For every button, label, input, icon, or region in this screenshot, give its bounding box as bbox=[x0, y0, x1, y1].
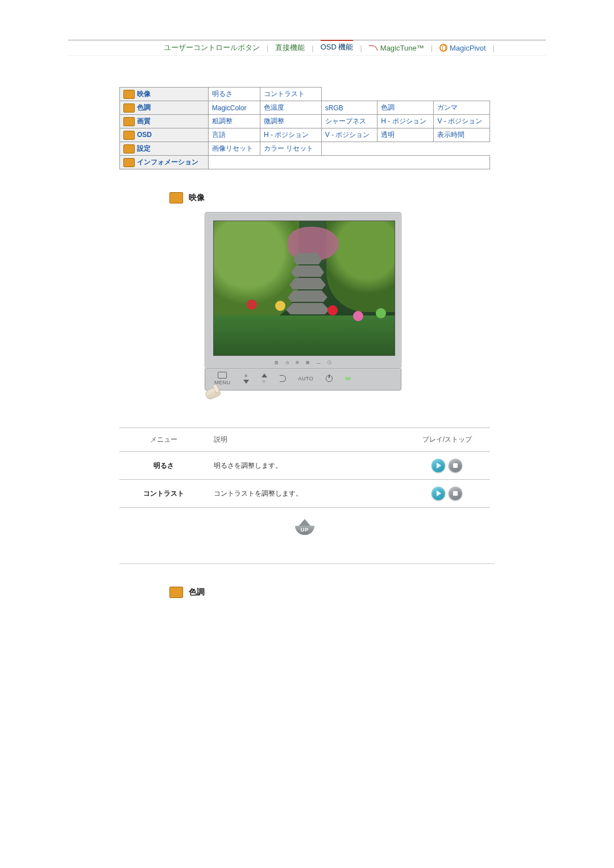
cell-hpos[interactable]: H - ポジション bbox=[377, 115, 434, 128]
magictune-logo-icon bbox=[369, 44, 378, 51]
section-title: 映像 bbox=[189, 193, 205, 203]
cell-color-reset[interactable]: カラー リセット bbox=[260, 142, 322, 156]
cell-coarse[interactable]: 粗調整 bbox=[208, 115, 260, 128]
down-button: ☀ bbox=[243, 373, 249, 384]
nav-sep: | bbox=[431, 44, 433, 52]
nav-sep: | bbox=[493, 44, 495, 52]
cell-contrast[interactable]: コントラスト bbox=[260, 88, 322, 101]
row-head-label: 画質 bbox=[137, 117, 151, 125]
up-label: UP bbox=[295, 526, 314, 535]
row-head-label: OSD bbox=[137, 131, 152, 139]
lantern-icon bbox=[247, 300, 257, 310]
row-head-setup[interactable]: 設定 bbox=[120, 142, 209, 156]
nav-sep: | bbox=[312, 44, 313, 52]
section-color-icon bbox=[169, 587, 183, 598]
cell-transparency[interactable]: 透明 bbox=[377, 128, 434, 142]
lantern-icon bbox=[376, 308, 386, 318]
cell-fine[interactable]: 微調整 bbox=[260, 115, 322, 128]
lantern-icon bbox=[327, 305, 338, 315]
row-head-picture[interactable]: 画質 bbox=[120, 115, 209, 128]
row-head-label: 設定 bbox=[137, 144, 151, 152]
nav-user-control[interactable]: ユーザーコントロールボタン bbox=[164, 43, 260, 53]
image-icon bbox=[123, 90, 135, 99]
auto-button-label: AUTO bbox=[298, 376, 314, 381]
nav-sep: | bbox=[360, 44, 362, 52]
detail-desc: コントラストを調整します。 bbox=[208, 480, 404, 508]
cell-osd-hpos[interactable]: H - ポジション bbox=[260, 128, 322, 142]
row-head-label: 色調 bbox=[137, 103, 151, 111]
detail-table: メニュー 説明 プレイ/ストップ 明るさ 明るさを調整します。 コントラスト コ… bbox=[119, 427, 490, 508]
row-head-label: 映像 bbox=[137, 90, 151, 98]
nav-magicpivot[interactable]: MagicPivot bbox=[439, 44, 486, 52]
section-image-icon bbox=[169, 192, 183, 203]
detail-controls bbox=[404, 452, 490, 480]
nav-sep: | bbox=[267, 44, 268, 52]
menu-button-icon bbox=[218, 372, 227, 379]
magicpivot-logo-icon bbox=[439, 44, 447, 52]
magictune-label: MagicTune™ bbox=[380, 44, 424, 52]
detail-row: 明るさ 明るさを調整します。 bbox=[119, 452, 490, 480]
detail-menu-name: コントラスト bbox=[119, 480, 208, 508]
detail-desc: 明るさを調整します。 bbox=[208, 452, 404, 480]
up-button: ☼ bbox=[262, 373, 267, 384]
stop-button[interactable] bbox=[449, 487, 462, 500]
monitor-illustration: ▥◷⊞▤—ⓘ MENU ☀ ☼ AUTO bbox=[205, 212, 401, 405]
power-icon bbox=[326, 375, 333, 382]
row-head-image[interactable]: 映像 bbox=[120, 88, 209, 101]
section-divider bbox=[119, 563, 495, 564]
cell-colortone[interactable]: 色調 bbox=[377, 101, 434, 115]
color-icon bbox=[123, 103, 135, 113]
cell-displaytime[interactable]: 表示時間 bbox=[434, 128, 490, 142]
cell-gamma[interactable]: ガンマ bbox=[434, 101, 490, 115]
cell-language[interactable]: 言語 bbox=[208, 128, 260, 142]
nav-osd-active[interactable]: OSD 機能 bbox=[321, 40, 354, 52]
cell-sharpness[interactable]: シャープネス bbox=[321, 115, 377, 128]
triangle-down-icon bbox=[243, 380, 249, 384]
setup-icon bbox=[123, 144, 135, 153]
th-desc: 説明 bbox=[208, 428, 404, 452]
detail-menu-name: 明るさ bbox=[119, 452, 208, 480]
cell-vpos[interactable]: V - ポジション bbox=[434, 115, 490, 128]
lantern-icon bbox=[353, 311, 363, 321]
stop-button[interactable] bbox=[449, 459, 462, 472]
row-head-osd[interactable]: OSD bbox=[120, 128, 209, 142]
cell-brightness[interactable]: 明るさ bbox=[208, 88, 260, 101]
up-badge: UP bbox=[294, 519, 315, 535]
back-to-top[interactable]: UP bbox=[119, 519, 490, 535]
enter-icon bbox=[280, 375, 286, 382]
led-icon bbox=[345, 377, 351, 380]
section-title: 色調 bbox=[189, 587, 205, 597]
auto-button: AUTO bbox=[298, 376, 314, 381]
play-button[interactable] bbox=[432, 487, 445, 500]
power-button bbox=[326, 375, 333, 382]
power-led bbox=[345, 377, 351, 380]
row-head-label: インフォメーション bbox=[137, 158, 198, 166]
section-header-image: 映像 bbox=[169, 192, 546, 203]
cell-image-reset[interactable]: 画像リセット bbox=[208, 142, 260, 156]
info-icon bbox=[123, 158, 135, 167]
osd-indicator-strip: ▥◷⊞▤—ⓘ bbox=[213, 358, 393, 368]
triangle-up-icon bbox=[262, 373, 267, 377]
detail-controls bbox=[404, 480, 490, 508]
enter-button bbox=[280, 375, 286, 382]
magicpivot-label: MagicPivot bbox=[450, 44, 486, 52]
nav-direct[interactable]: 直接機能 bbox=[275, 43, 305, 53]
pagoda-icon bbox=[288, 253, 327, 333]
play-button[interactable] bbox=[432, 459, 445, 472]
cell-colortemp[interactable]: 色温度 bbox=[260, 101, 322, 115]
lantern-icon bbox=[275, 301, 285, 311]
hand-icon bbox=[199, 382, 227, 407]
detail-row: コントラスト コントラストを調整します。 bbox=[119, 480, 490, 508]
osd-icon bbox=[123, 131, 135, 140]
row-head-info[interactable]: インフォメーション bbox=[120, 156, 209, 169]
cell-osd-vpos[interactable]: V - ポジション bbox=[321, 128, 377, 142]
th-play: プレイ/ストップ bbox=[404, 428, 490, 452]
section-header-color: 色調 bbox=[169, 587, 546, 598]
cell-srgb[interactable]: sRGB bbox=[321, 101, 377, 115]
hand-cursor bbox=[205, 386, 401, 405]
cell-magiccolor[interactable]: MagicColor bbox=[208, 101, 260, 115]
nav-magictune[interactable]: MagicTune™ bbox=[369, 44, 424, 52]
top-nav: ユーザーコントロールボタン | 直接機能 | OSD 機能 | MagicTun… bbox=[68, 40, 546, 56]
monitor-screen bbox=[213, 221, 395, 356]
row-head-color[interactable]: 色調 bbox=[120, 101, 209, 115]
